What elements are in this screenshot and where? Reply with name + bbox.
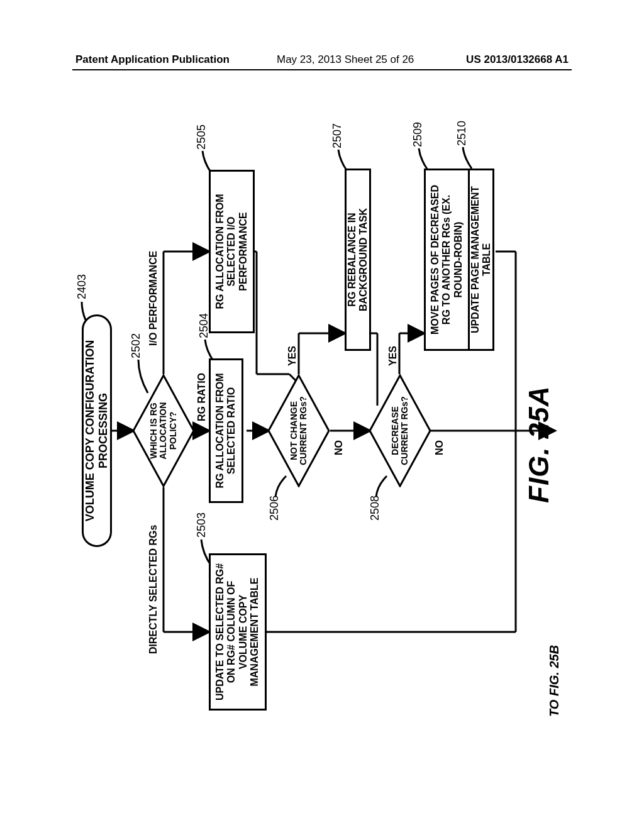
decision-decrease: DECREASE CURRENT RGs? xyxy=(369,374,431,487)
process-2503: UPDATE TO SELECTED RG# ON RG# COLUMN OF … xyxy=(209,553,267,711)
page: Patent Application Publication May 23, 2… xyxy=(0,0,644,830)
ref-2509: 2509 xyxy=(411,122,425,147)
process-2505: RG ALLOCATION FROM SELECTED I/O PERFORMA… xyxy=(209,170,255,333)
header-middle: May 23, 2013 Sheet 25 of 26 xyxy=(277,53,414,66)
header-left: Patent Application Publication xyxy=(75,53,230,66)
ref-2505: 2505 xyxy=(195,124,208,150)
ref-2403: 2403 xyxy=(75,274,89,299)
flowchart-rotated: VOLUME COPY CONFIGURATION PROCESSING 240… xyxy=(75,126,566,736)
figure-area: VOLUME COPY CONFIGURATION PROCESSING 240… xyxy=(75,126,566,736)
continued-to-label: TO FIG. 25B xyxy=(547,645,562,717)
decision-2508-yes: YES xyxy=(387,346,399,366)
decision-2506-yes: YES xyxy=(287,346,298,366)
branch-label-left: DIRECTLY SELECTED RGs xyxy=(148,525,159,654)
decision-2508-text: DECREASE CURRENT RGs? xyxy=(369,374,431,487)
process-2504: RG ALLOCATION FROM SELECTED RATIO xyxy=(209,358,243,503)
branch-label-mid: RG RATIO xyxy=(196,373,208,421)
ref-2510: 2510 xyxy=(455,121,469,146)
branch-label-right: I/O PERFORMANCE xyxy=(148,251,159,346)
ref-2507: 2507 xyxy=(331,123,344,148)
ref-2508: 2508 xyxy=(369,495,382,521)
process-2507: RG REBALANCE IN BACKGROUND TASK xyxy=(345,169,371,351)
header-right: US 2013/0132668 A1 xyxy=(466,53,569,66)
header-rule xyxy=(72,69,572,70)
decision-2506-text: NOT CHANGE CURRENT RGs? xyxy=(267,374,330,487)
decision-2506-no: NO xyxy=(333,440,345,455)
figure-caption: FIG. 25A xyxy=(523,386,555,504)
decision-not-change: NOT CHANGE CURRENT RGs? xyxy=(267,374,330,487)
decision-allocation-policy: WHICH IS RG ALLOCATION POLICY? xyxy=(132,374,195,487)
ref-2506: 2506 xyxy=(268,495,281,521)
decision-2508-no: NO xyxy=(434,440,445,455)
start-terminator: VOLUME COPY CONFIGURATION PROCESSING xyxy=(82,314,112,547)
ref-2503: 2503 xyxy=(195,512,208,538)
ref-2502: 2502 xyxy=(130,333,143,358)
decision-2502-text: WHICH IS RG ALLOCATION POLICY? xyxy=(132,374,195,487)
process-2509: MOVE PAGES OF DECREASED RG TO ANOTHER RG… xyxy=(424,169,470,351)
process-2510: UPDATE PAGE MANAGEMENT TABLE xyxy=(468,169,494,351)
